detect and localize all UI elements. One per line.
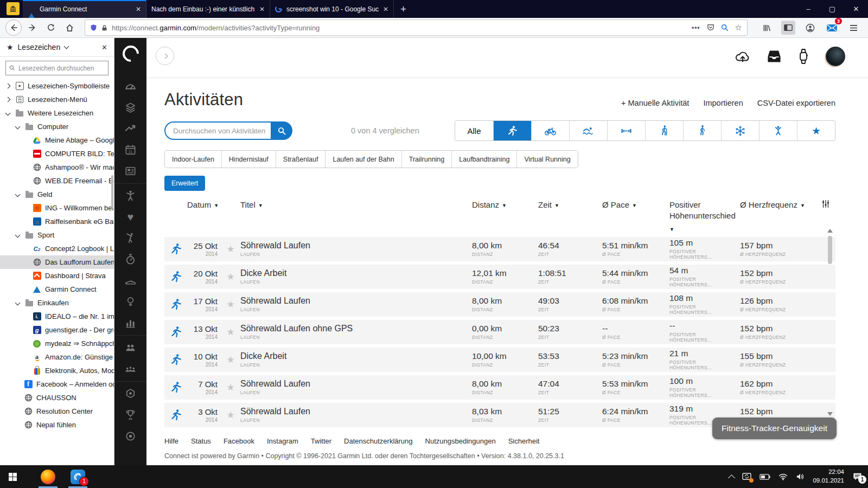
bookmark-item[interactable]: i.IDEALO – die Nr. 1 im P… xyxy=(0,310,114,323)
bookmark-folder[interactable]: Lesezeichen-Menü xyxy=(0,93,114,106)
expand-nav-button[interactable] xyxy=(156,47,174,65)
bookmark-folder[interactable]: Computer xyxy=(0,120,114,133)
footer-link[interactable]: Hilfe xyxy=(164,437,178,445)
taskbar-clock[interactable]: 22:04 09.01.2021 xyxy=(813,468,844,485)
column-hoehenunterschied[interactable]: Positiver Höhenunterschied▼ xyxy=(669,200,740,233)
activities-search-button[interactable] xyxy=(271,121,292,140)
upload-cloud-icon[interactable] xyxy=(735,50,751,63)
connections-icon[interactable] xyxy=(114,337,146,358)
footer-link[interactable]: Datenschutzerklärung xyxy=(344,437,412,445)
health-heart-icon[interactable]: ♥ xyxy=(114,207,146,228)
menu-hamburger-icon[interactable] xyxy=(846,21,860,35)
page-actions-icon[interactable]: ••• xyxy=(692,24,700,31)
favorite-star-icon[interactable]: ★ xyxy=(221,299,240,310)
tab-garmin-connect[interactable]: Garmin Connect ✕ xyxy=(23,0,146,18)
bookmark-star-icon[interactable]: ☆ xyxy=(735,23,742,33)
start-button[interactable] xyxy=(0,465,25,488)
pocket-icon[interactable] xyxy=(707,24,714,31)
scrollbar-thumb[interactable] xyxy=(828,236,832,264)
filter-hiking-icon[interactable] xyxy=(645,121,683,140)
filter-favorites-icon[interactable]: ★ xyxy=(797,121,835,140)
activity-title[interactable]: Söhrewald Laufen xyxy=(240,407,472,416)
scroll-up-icon[interactable] xyxy=(827,229,833,233)
taskbar-firefox-icon[interactable] xyxy=(35,465,61,488)
device-watch-icon[interactable] xyxy=(797,49,809,64)
taskbar-app-icon[interactable]: 1 xyxy=(65,465,91,488)
bookmark-item[interactable]: fFacebook – Anmelden ode… xyxy=(0,377,114,391)
subfilter-button[interactable]: Indoor-Laufen xyxy=(165,151,221,168)
tab-close-icon[interactable]: ✕ xyxy=(136,5,141,13)
activity-row[interactable]: 25 Okt2014 ★ Söhrewald LaufenLAUFEN 8,00… xyxy=(164,237,835,261)
advanced-button[interactable]: Erweitert xyxy=(164,176,205,191)
activity-row[interactable]: 17 Okt2014 ★ Söhrewald LaufenLAUFEN 8,00… xyxy=(164,292,835,317)
sidebar-scrollbar-thumb[interactable] xyxy=(111,175,113,209)
bookmark-item-selected[interactable]: Das Laufforum Laufen-… xyxy=(0,255,114,269)
bookmark-item[interactable]: Ashampoo® - Wir mac… xyxy=(0,160,114,174)
library-icon[interactable] xyxy=(760,21,774,35)
activity-title[interactable]: Söhrewald Laufen xyxy=(240,296,472,306)
bookmark-item[interactable]: Resolution Center xyxy=(0,404,114,418)
reload-button[interactable] xyxy=(43,20,59,35)
favorite-star-icon[interactable]: ★ xyxy=(221,243,240,255)
wellness-person-icon[interactable] xyxy=(114,185,146,207)
bookmark-item[interactable]: C2Concept2 Logbook | Log xyxy=(0,242,114,255)
activity-trend-icon[interactable] xyxy=(114,118,146,139)
favorite-star-icon[interactable]: ★ xyxy=(221,354,240,365)
filter-winter-icon[interactable] xyxy=(721,121,759,140)
activity-title[interactable]: Söhrewald Laufen xyxy=(240,379,472,389)
favorite-star-icon[interactable]: ★ xyxy=(221,271,240,282)
stopwatch-icon[interactable] xyxy=(114,249,146,270)
activities-search-input[interactable] xyxy=(164,121,271,140)
home-button[interactable] xyxy=(62,20,77,35)
activity-row[interactable]: 13 Okt2014 ★ Söhrewald Laufen ohne GPSLA… xyxy=(164,320,835,344)
trophy-icon[interactable] xyxy=(114,404,146,426)
footer-link[interactable]: Status xyxy=(191,437,211,445)
bookmark-folder[interactable]: Geld xyxy=(0,188,114,201)
pinned-tab-favicon[interactable] xyxy=(7,2,20,15)
tab-close-icon[interactable]: ✕ xyxy=(383,5,388,13)
footer-link[interactable]: Nutzungsbedingungen xyxy=(425,437,496,445)
window-minimize-button[interactable]: – xyxy=(796,0,820,18)
bookmark-item[interactable]: Nepal fühlen xyxy=(0,418,114,432)
wifi-icon[interactable] xyxy=(778,473,788,480)
bookmark-item[interactable]: aAmazon.de: Günstige P… xyxy=(0,350,114,364)
scroll-down-icon[interactable] xyxy=(827,412,833,416)
volume-icon[interactable] xyxy=(796,473,805,480)
search-icon[interactable] xyxy=(721,24,729,31)
bookmark-item[interactable]: ING - Willkommen bei … xyxy=(0,201,114,215)
filter-all[interactable]: Alle xyxy=(455,121,493,140)
column-titel[interactable]: Titel▼ xyxy=(240,200,472,210)
column-settings-icon[interactable] xyxy=(821,200,835,208)
bookmark-item[interactable]: ⌂Raiffeisenbank eG Baun… xyxy=(0,215,114,228)
bookmark-item[interactable]: CHAUSSON xyxy=(0,391,114,404)
tab-close-icon[interactable]: ✕ xyxy=(259,5,265,13)
insights-bulb-icon[interactable] xyxy=(114,291,146,312)
mail-extension-icon[interactable]: 3 xyxy=(825,21,839,35)
filter-swimming-icon[interactable] xyxy=(569,121,607,140)
footer-link[interactable]: Facebook xyxy=(224,437,254,445)
activity-title[interactable]: Dicke Arbeit xyxy=(240,351,472,361)
column-distanz[interactable]: Distanz▼ xyxy=(472,200,538,210)
filter-other-icon[interactable] xyxy=(759,121,797,140)
bookmark-folder[interactable]: Sport xyxy=(0,228,114,242)
newsfeed-icon[interactable] xyxy=(114,160,146,182)
footer-link[interactable]: Sicherheit xyxy=(508,437,540,445)
bookmark-item[interactable]: WEB.DE Freemail - E-M… xyxy=(0,174,114,188)
column-pace[interactable]: Ø Pace▼ xyxy=(602,200,669,210)
url-bar[interactable]: https://connect.garmin.com/modern/activi… xyxy=(85,20,748,36)
activity-row[interactable]: 10 Okt2014 ★ Dicke ArbeitLAUFEN 10,00 km… xyxy=(164,348,835,372)
account-icon[interactable] xyxy=(803,21,817,35)
sidebar-close-icon[interactable]: ✕ xyxy=(101,43,107,52)
bookmark-item[interactable]: Meine Ablage – Google… xyxy=(0,133,114,147)
subfilter-button[interactable]: Laufen auf der Bahn xyxy=(325,151,401,168)
bookmark-item[interactable]: Garmin Connect xyxy=(0,282,114,296)
filter-running-icon[interactable] xyxy=(493,121,531,140)
bookmark-item[interactable]: COMPUTER BILD: Tests,… xyxy=(0,147,114,160)
activity-title[interactable]: Dicke Arbeit xyxy=(240,268,472,278)
window-close-button[interactable]: ✕ xyxy=(844,0,868,18)
activity-row[interactable]: 20 Okt2014 ★ Dicke ArbeitLAUFEN 12,01 km… xyxy=(164,265,835,289)
activity-title[interactable]: Söhrewald Laufen ohne GPS xyxy=(240,324,472,333)
filter-cycling-icon[interactable] xyxy=(531,121,569,140)
column-datum[interactable]: Datum▼ xyxy=(187,200,221,210)
import-link[interactable]: Importieren xyxy=(703,99,743,107)
